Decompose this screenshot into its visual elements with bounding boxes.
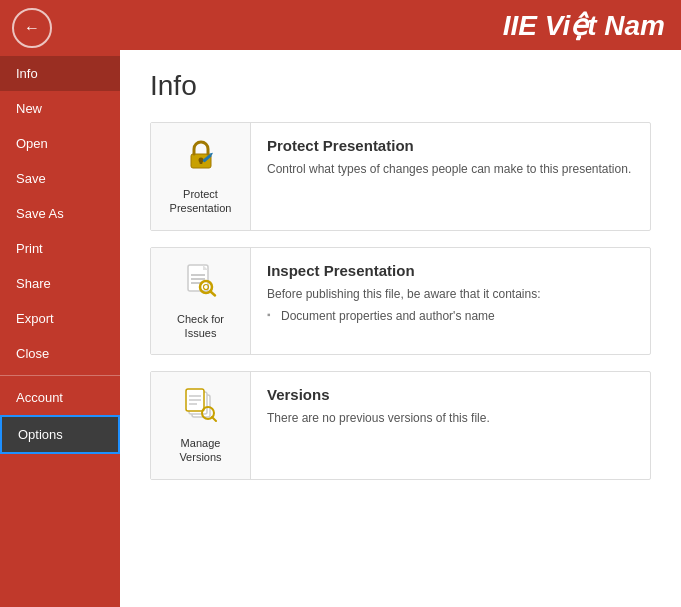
sidebar: ← Info New Open Save Save As Print Share… xyxy=(0,0,120,607)
inspect-card-desc: Before publishing this file, be aware th… xyxy=(267,285,634,303)
manage-versions-button[interactable]: Manage Versions xyxy=(151,372,251,479)
inspect-presentation-card: Check for Issues Inspect Presentation Be… xyxy=(150,247,651,356)
sidebar-item-close[interactable]: Close xyxy=(0,336,120,371)
sidebar-item-save[interactable]: Save xyxy=(0,161,120,196)
sidebar-item-new[interactable]: New xyxy=(0,91,120,126)
page-title: Info xyxy=(150,70,651,102)
sidebar-item-info[interactable]: Info xyxy=(0,56,120,91)
svg-rect-2 xyxy=(199,160,202,164)
protect-card-desc: Control what types of changes people can… xyxy=(267,160,634,178)
sidebar-item-save-as[interactable]: Save As xyxy=(0,196,120,231)
brand-name: IIE Việt Nam xyxy=(503,9,665,42)
versions-icon-label: Manage Versions xyxy=(161,436,240,465)
inspect-card-body: Inspect Presentation Before publishing t… xyxy=(251,248,650,337)
lock-icon xyxy=(183,137,219,181)
versions-card-desc: There are no previous versions of this f… xyxy=(267,409,634,427)
inspect-card-list: Document properties and author's name xyxy=(267,309,634,323)
protect-presentation-card: Protect Presentation Protect Presentatio… xyxy=(150,122,651,231)
sidebar-item-export[interactable]: Export xyxy=(0,301,120,336)
protect-card-title: Protect Presentation xyxy=(267,137,634,154)
sidebar-item-label: Open xyxy=(16,136,48,151)
sidebar-item-label: Info xyxy=(16,66,38,81)
protect-presentation-button[interactable]: Protect Presentation xyxy=(151,123,251,230)
sidebar-item-label: Share xyxy=(16,276,51,291)
svg-line-19 xyxy=(212,417,216,421)
sidebar-item-account[interactable]: Account xyxy=(0,380,120,415)
versions-card: Manage Versions Versions There are no pr… xyxy=(150,371,651,480)
sidebar-item-label: Options xyxy=(18,427,63,442)
app-container: ← Info New Open Save Save As Print Share… xyxy=(0,0,681,607)
sidebar-item-open[interactable]: Open xyxy=(0,126,120,161)
versions-card-title: Versions xyxy=(267,386,634,403)
sidebar-item-options[interactable]: Options xyxy=(0,415,120,454)
inspect-icon-label: Check for Issues xyxy=(161,312,240,341)
versions-icon xyxy=(183,386,219,430)
versions-card-body: Versions There are no previous versions … xyxy=(251,372,650,441)
sidebar-item-label: Print xyxy=(16,241,43,256)
inspect-icon xyxy=(183,262,219,306)
sidebar-item-label: New xyxy=(16,101,42,116)
inspect-card-title: Inspect Presentation xyxy=(267,262,634,279)
sidebar-item-label: Save As xyxy=(16,206,64,221)
brand-header: IIE Việt Nam xyxy=(120,0,681,50)
back-arrow-icon: ← xyxy=(24,19,40,37)
sidebar-item-label: Save xyxy=(16,171,46,186)
page-content: Info xyxy=(120,50,681,516)
back-button[interactable]: ← xyxy=(12,8,52,48)
check-issues-button[interactable]: Check for Issues xyxy=(151,248,251,355)
protect-icon-label: Protect Presentation xyxy=(161,187,240,216)
content-area: IIE Việt Nam Info xyxy=(120,0,681,607)
protect-card-body: Protect Presentation Control what types … xyxy=(251,123,650,192)
sidebar-divider xyxy=(0,375,120,376)
sidebar-item-label: Account xyxy=(16,390,63,405)
sidebar-item-print[interactable]: Print xyxy=(0,231,120,266)
sidebar-item-label: Export xyxy=(16,311,54,326)
svg-line-10 xyxy=(210,291,215,295)
sidebar-item-share[interactable]: Share xyxy=(0,266,120,301)
sidebar-item-label: Close xyxy=(16,346,49,361)
inspect-list-item: Document properties and author's name xyxy=(267,309,634,323)
